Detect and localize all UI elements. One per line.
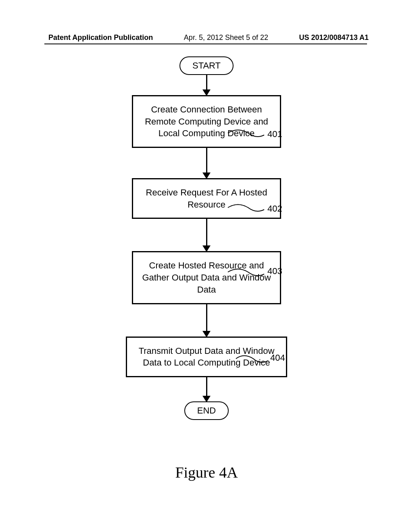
header-right: US 2012/0084713 A1 (299, 33, 369, 42)
step-label-2: 402 (267, 204, 282, 214)
end-terminal: END (184, 401, 229, 420)
header-divider (44, 44, 367, 44)
arrow (206, 377, 207, 401)
header-center: Apr. 5, 2012 Sheet 5 of 22 (184, 33, 268, 42)
arrow (206, 148, 207, 178)
callout-curve-1 (226, 125, 266, 141)
callout-curve-3 (226, 264, 266, 280)
flowchart-diagram: START Create Connection Between Remote C… (0, 56, 413, 420)
header-left: Patent Application Publication (48, 33, 153, 42)
step-label-3: 403 (267, 266, 282, 276)
callout-curve-2 (226, 200, 266, 216)
arrow (206, 219, 207, 251)
step-label-1: 401 (267, 129, 282, 139)
start-terminal: START (179, 56, 234, 75)
figure-label: Figure 4A (0, 463, 413, 481)
arrow (206, 304, 207, 337)
callout-curve-4 (234, 351, 270, 367)
step-label-4: 404 (270, 353, 285, 363)
arrow (206, 75, 207, 95)
